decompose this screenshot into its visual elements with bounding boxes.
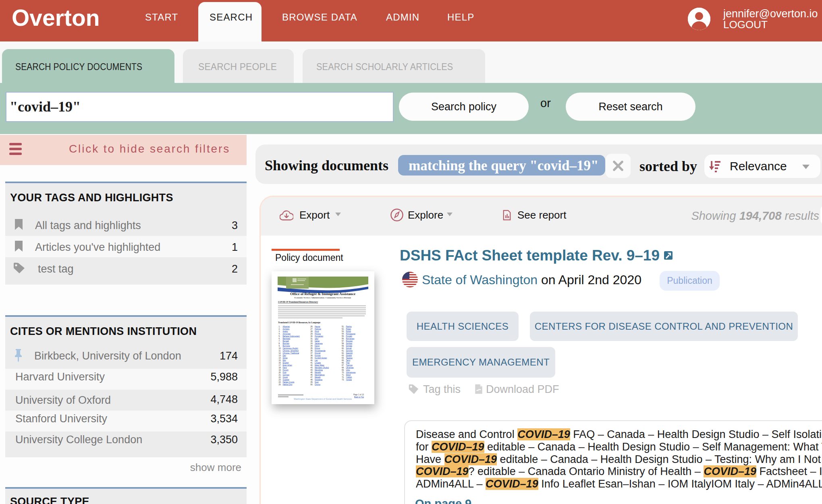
svg-text:36.: 36.	[311, 350, 313, 352]
svg-text:21.: 21.	[279, 374, 281, 376]
svg-text:Hindi: Hindi	[315, 330, 319, 333]
svg-text:Lao: Lao	[315, 359, 318, 361]
svg-text:Soninke: Soninke	[346, 350, 353, 352]
svg-text:Yiddish: Yiddish	[346, 376, 352, 378]
svg-text:Bahasa (Indonesian): Bahasa (Indonesian)	[283, 335, 300, 337]
svg-text:Arabic: Arabic	[283, 330, 289, 333]
svg-text:27.: 27.	[311, 328, 313, 330]
svg-text:Igbo: Igbo	[315, 338, 318, 340]
svg-text:12.: 12.	[279, 352, 281, 354]
svg-text:Chinese, Traditional: Chinese, Traditional	[283, 352, 299, 354]
svg-text:2.: 2.	[279, 328, 280, 330]
svg-text:Nepalese: Nepalese	[315, 379, 323, 381]
svg-text:39.: 39.	[311, 357, 313, 359]
svg-text:Portuguese: Portuguese	[346, 333, 356, 335]
svg-text:61.: 61.	[342, 350, 344, 352]
svg-text:45.: 45.	[311, 372, 313, 374]
svg-text:Cantonese (Audio): Cantonese (Audio)	[283, 347, 299, 349]
svg-text:Gujarati: Gujarati	[283, 379, 289, 381]
svg-text:Somali: Somali	[346, 347, 352, 349]
svg-text:Chinese, Simplified: Chinese, Simplified	[283, 350, 299, 352]
svg-text:Punjabi: Punjabi	[346, 335, 352, 337]
svg-text:71.: 71.	[342, 374, 344, 376]
svg-text:58.: 58.	[342, 343, 344, 345]
svg-text:18.: 18.	[279, 367, 281, 369]
svg-text:42.: 42.	[311, 364, 313, 366]
svg-text:Kurdish-Sorani: Kurdish-Sorani	[315, 357, 327, 359]
svg-text:French: French	[283, 369, 289, 371]
svg-text:Armenian: Armenian	[283, 333, 291, 335]
svg-text:Pidgin: Pidgin	[346, 328, 351, 330]
svg-text:3.: 3.	[279, 330, 280, 333]
svg-text:65.: 65.	[342, 359, 344, 361]
svg-text:Haitian Creole: Haitian Creole	[283, 381, 295, 383]
svg-text:Bambara: Bambara	[283, 338, 291, 340]
svg-text:Masalit: Masalit	[315, 376, 321, 378]
svg-text:Romanian: Romanian	[346, 338, 355, 340]
svg-text:Pashto: Pashto	[346, 326, 352, 328]
svg-text:44.: 44.	[311, 369, 313, 371]
svg-text:Edo: Edo	[283, 359, 286, 361]
svg-text:4.: 4.	[279, 333, 280, 335]
svg-text:Tigrinya: Tigrinya	[346, 364, 353, 366]
svg-text:Kinyarwanda: Kinyarwanda	[315, 350, 326, 352]
svg-text:Karen: Karen	[315, 345, 320, 347]
svg-text:Bosnian: Bosnian	[283, 343, 290, 345]
svg-text:Nuer: Nuer	[315, 381, 319, 383]
svg-text:Back to Top: Back to Top	[354, 396, 364, 398]
svg-text:Burmese: Burmese	[283, 345, 291, 347]
svg-text:6.: 6.	[279, 338, 280, 340]
svg-text:Korean: Korean	[315, 355, 321, 357]
svg-text:Russian: Russian	[346, 340, 353, 342]
svg-text:28.: 28.	[311, 330, 313, 333]
svg-text:52.: 52.	[342, 328, 344, 330]
svg-text:Lingala: Lingala	[315, 362, 321, 364]
svg-text:Maay Maay: Maay Maay	[315, 364, 324, 366]
svg-text:Mandarin (Audio): Mandarin (Audio)	[315, 367, 329, 369]
svg-text:47.: 47.	[311, 376, 313, 378]
svg-text:7.: 7.	[279, 340, 280, 342]
svg-text:Dari: Dari	[283, 355, 286, 357]
svg-text:31.: 31.	[311, 338, 313, 340]
svg-text:46.: 46.	[311, 374, 313, 376]
svg-text:9.: 9.	[279, 345, 280, 347]
svg-text:41.: 41.	[311, 362, 313, 364]
svg-text:Marathi: Marathi	[315, 372, 321, 374]
svg-text:Amharic: Amharic	[283, 328, 290, 330]
svg-text:Yoruba: Yoruba	[346, 379, 352, 381]
svg-text:67.: 67.	[342, 364, 344, 366]
svg-text:55.: 55.	[342, 335, 344, 337]
svg-text:Tamil: Tamil	[346, 359, 351, 361]
svg-text:62.: 62.	[342, 352, 344, 354]
svg-text:29.: 29.	[311, 333, 313, 335]
svg-text:72.: 72.	[342, 376, 344, 378]
svg-text:Ukrainian: Ukrainian	[346, 367, 354, 369]
svg-text:24.: 24.	[279, 381, 281, 383]
svg-text:Farsi: Farsi	[283, 367, 287, 369]
svg-text:Swahili: Swahili	[346, 355, 352, 357]
svg-text:Japanese: Japanese	[315, 343, 323, 345]
svg-text:Washington State Department of: Washington State Department of Social an…	[294, 398, 352, 400]
svg-text:Polish: Polish	[346, 330, 351, 333]
svg-text:COVID-19 Translated Resources: COVID-19 Translated Resources Directory	[278, 301, 318, 303]
svg-text:Hungarian: Hungarian	[315, 335, 324, 337]
svg-text:10.: 10.	[279, 347, 281, 349]
svg-text:69.: 69.	[342, 369, 344, 371]
svg-text:Wolof: Wolof	[346, 374, 351, 376]
svg-text:43.: 43.	[311, 367, 313, 369]
svg-text:Vietnamese: Vietnamese	[346, 372, 356, 374]
svg-text:Hmong: Hmong	[315, 333, 321, 335]
svg-text:Serbian: Serbian	[346, 343, 353, 345]
svg-text:German: German	[283, 374, 290, 376]
svg-text:Mandinka: Mandinka	[315, 369, 323, 371]
svg-text:Dinka: Dinka	[283, 357, 288, 359]
svg-text:Khmer: Khmer	[315, 347, 320, 349]
svg-text:70.: 70.	[342, 372, 344, 374]
svg-text:5.: 5.	[279, 335, 280, 337]
svg-text:English: English	[283, 362, 289, 364]
svg-text:Office of Refugee & Immigrant: Office of Refugee & Immigrant Assistance	[290, 292, 355, 296]
svg-text:Italian: Italian	[315, 340, 320, 342]
svg-text:8.: 8.	[279, 343, 280, 345]
svg-text:Sinhala: Sinhala	[346, 345, 353, 347]
svg-text:Esan-Ishan: Esan-Ishan	[283, 364, 293, 366]
